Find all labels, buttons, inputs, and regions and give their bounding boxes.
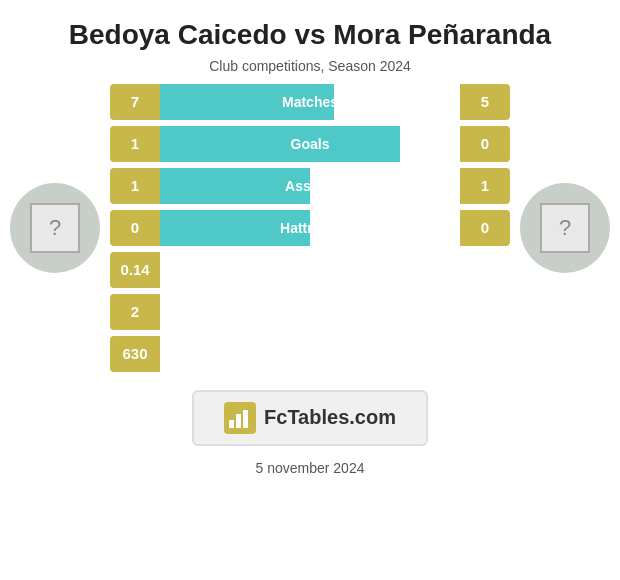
- stat-bar-area: Goals per match: [160, 252, 510, 288]
- subtitle: Club competitions, Season 2024: [209, 58, 411, 74]
- main-content: ? 7Matches51Goals01Assists10Hattricks00.…: [0, 84, 620, 372]
- stat-label: Assists: [285, 178, 335, 194]
- svg-rect-2: [243, 410, 248, 428]
- stat-row: 1Assists1: [110, 168, 510, 204]
- stat-left-value: 2: [110, 294, 160, 330]
- stat-bar-area: Matches: [160, 84, 460, 120]
- left-avatar: ?: [10, 183, 100, 273]
- left-avatar-placeholder: ?: [30, 203, 80, 253]
- stat-label: Min per goal: [294, 346, 376, 362]
- stat-left-value: 0: [110, 210, 160, 246]
- branding-box: FcTables.com: [192, 390, 428, 446]
- stat-left-value: 1: [110, 126, 160, 162]
- stat-bar-area: Shots per goal: [160, 294, 510, 330]
- stat-bar-area: Goals: [160, 126, 460, 162]
- page-title: Bedoya Caicedo vs Mora Peñaranda: [49, 18, 571, 52]
- stat-bar-area: Hattricks: [160, 210, 460, 246]
- stat-label: Hattricks: [280, 220, 340, 236]
- brand-chart-icon: [226, 404, 254, 432]
- stat-left-value: 630: [110, 336, 160, 372]
- stat-label: Goals: [291, 136, 330, 152]
- stat-row: 7Matches5: [110, 84, 510, 120]
- stat-right-value: 5: [460, 84, 510, 120]
- stat-label: Goals per match: [280, 262, 390, 278]
- footer-date: 5 november 2024: [256, 460, 365, 476]
- stat-cyan-fill: [160, 126, 400, 162]
- stat-label: Shots per goal: [286, 304, 383, 320]
- brand-icon: [224, 402, 256, 434]
- right-avatar: ?: [520, 183, 610, 273]
- stat-row: 630Min per goal: [110, 336, 510, 372]
- stat-left-value: 7: [110, 84, 160, 120]
- stat-left-value: 1: [110, 168, 160, 204]
- brand-text: FcTables.com: [264, 406, 396, 429]
- svg-rect-0: [229, 420, 234, 428]
- stat-row: 2Shots per goal: [110, 294, 510, 330]
- svg-rect-1: [236, 414, 241, 428]
- stat-row: 0.14Goals per match: [110, 252, 510, 288]
- stat-label: Matches: [282, 94, 338, 110]
- right-avatar-placeholder: ?: [540, 203, 590, 253]
- stats-container: 7Matches51Goals01Assists10Hattricks00.14…: [110, 84, 510, 372]
- stat-right-value: 0: [460, 210, 510, 246]
- stat-bar-area: Min per goal: [160, 336, 510, 372]
- stat-right-value: 1: [460, 168, 510, 204]
- stat-right-value: 0: [460, 126, 510, 162]
- stat-row: 1Goals0: [110, 126, 510, 162]
- stat-bar-area: Assists: [160, 168, 460, 204]
- stat-left-value: 0.14: [110, 252, 160, 288]
- stat-row: 0Hattricks0: [110, 210, 510, 246]
